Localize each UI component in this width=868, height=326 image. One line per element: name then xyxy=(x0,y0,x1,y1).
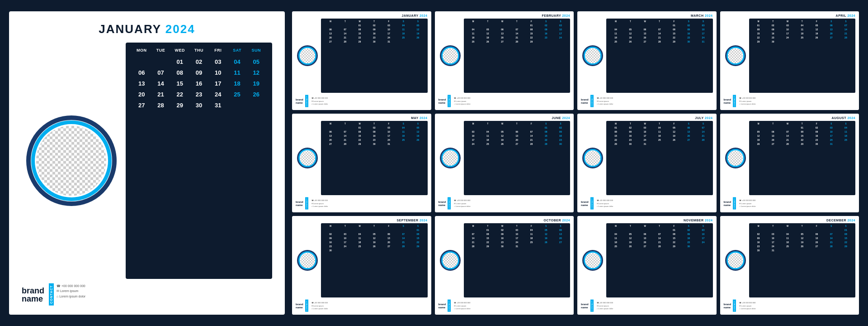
sm-cal-cell: 00 xyxy=(839,40,853,43)
header-thu: THU xyxy=(189,48,208,53)
sm-cal-cell: 17 xyxy=(780,32,795,35)
small-cal-right-8: M T W T F S S 00000000000001020304050607… xyxy=(321,223,428,297)
small-cal-december: DECEMBER 2024 M T W T F S S 000000000 xyxy=(720,216,859,315)
small-cal-year-6: 2024 xyxy=(705,116,713,120)
sc-inner-photo-4 xyxy=(300,151,315,166)
sm-cal-cell: 00 xyxy=(839,142,853,146)
sm-cal-cell: 26 xyxy=(410,138,425,142)
sm-cal-cell: 05 xyxy=(623,28,637,31)
small-cal-right-3: M T W T F S S 01020304050607080910111213… xyxy=(749,19,856,93)
header-sat: SAT xyxy=(227,48,246,53)
small-cal-body-1: M T W T F S S 00000000010203040506070809… xyxy=(439,19,571,93)
cal-cell: 08 xyxy=(170,68,189,77)
small-cal-title-3: APRIL 2024 xyxy=(724,14,856,17)
sm-cal-cell: 23 xyxy=(681,240,696,244)
sm-cal-cell: 10 xyxy=(553,28,568,31)
sm-cal-cell: 06 xyxy=(766,130,780,134)
sm-cal-cell: 08 xyxy=(751,28,766,31)
cal-cell: 12 xyxy=(247,68,266,77)
sm-cal-cell: 15 xyxy=(751,32,766,35)
header-mon: MON xyxy=(132,48,151,53)
sm-cal-cell: 06 xyxy=(509,130,524,134)
sm-cal-cell: 14 xyxy=(524,134,538,138)
sm-cal-cell: 27 xyxy=(637,40,652,43)
sm-cal-cell: 24 xyxy=(780,36,795,39)
small-cal-body-0: M T W T F S S 00000102030405060708091011… xyxy=(296,19,428,93)
sm-cal-cell: 21 xyxy=(824,240,839,244)
small-footer-11: brandname CONTACT ☎ +00 000 000 000✉ Lor… xyxy=(724,300,856,312)
sm-cal-cell: 01 xyxy=(751,24,766,27)
sm-cal-cell: 00 xyxy=(466,126,481,129)
sm-cal-cell: 05 xyxy=(495,130,509,134)
sm-cal-cell: 00 xyxy=(524,126,538,129)
sm-cal-grid-10: 0000000001020304050607080910111213141516… xyxy=(609,228,711,252)
small-cal-september: SEPTEMBER 2024 M T W T F S S 00000000 xyxy=(292,216,431,315)
sm-cal-cell: 08 xyxy=(481,232,495,236)
sm-cal-cell: 00 xyxy=(338,228,352,232)
sm-cal-cell: 11 xyxy=(652,130,667,134)
sm-cal-cell: 22 xyxy=(539,138,553,142)
sm-cal-cell: 03 xyxy=(466,130,481,134)
cal-cell: 30 xyxy=(189,101,208,110)
sm-cal-cell: 00 xyxy=(623,24,637,27)
sm-cal-cell: 10 xyxy=(509,232,524,236)
sm-cal-cell: 31 xyxy=(766,249,780,252)
sm-cal-cell: 07 xyxy=(696,126,710,129)
sm-cal-cell: 09 xyxy=(809,130,824,134)
sm-cal-cell: 21 xyxy=(780,138,795,142)
sm-cal-cell: 16 xyxy=(495,236,509,240)
sm-cal-cell: 24 xyxy=(637,138,652,142)
sm-cal-cell: 17 xyxy=(766,240,780,244)
sm-cal-cell: 00 xyxy=(396,228,410,232)
sc-inner-photo-2 xyxy=(585,48,600,63)
sm-cal-cell: 18 xyxy=(609,36,623,39)
small-cal-october: OCTOBER 2024 M T W T F S S 0001020304 xyxy=(435,216,574,315)
sm-cal-cell: 04 xyxy=(609,28,623,31)
small-cal-january: JANUARY 2024 M T W T F S S 0000010203 xyxy=(292,11,431,110)
small-circle-5 xyxy=(439,121,462,195)
sc-inner-photo-6 xyxy=(585,151,600,166)
sm-cal-cell: 09 xyxy=(367,28,382,31)
cal-cell: 19 xyxy=(247,79,266,88)
sm-cal-cell: 11 xyxy=(609,32,623,35)
sm-cal-cell: 26 xyxy=(367,244,382,248)
main-calendar-year: 2024 xyxy=(165,22,195,36)
small-cal-title-11: DECEMBER 2024 xyxy=(724,219,856,222)
sm-cal-cell: 25 xyxy=(524,240,538,244)
cal-cell: 00 xyxy=(132,111,151,121)
small-circle-8 xyxy=(296,223,319,297)
small-cal-year-4: 2024 xyxy=(420,116,428,120)
sm-cal-cell: 13 xyxy=(637,236,652,240)
small-footer-1: brandname CONTACT ☎ +00 000 000 000✉ Lor… xyxy=(439,95,571,107)
small-cal-right-10: M T W T F S S 00000000010203040506070809… xyxy=(606,223,713,297)
sm-cal-cell: 19 xyxy=(410,32,425,35)
brand-name: brandname xyxy=(22,287,44,303)
cal-cell: 03 xyxy=(208,57,227,67)
sm-cal-cell: 11 xyxy=(795,28,809,31)
sm-cal-cell: 24 xyxy=(696,240,710,244)
sm-cal-cell: 27 xyxy=(323,40,338,43)
sm-cal-cell: 00 xyxy=(780,126,795,129)
sm-cal-cell: 28 xyxy=(338,142,352,146)
sm-cal-cell: 18 xyxy=(524,236,538,240)
sf-brand-2: brandname xyxy=(581,98,589,104)
sm-cal-cell: 01 xyxy=(352,126,367,129)
sm-cal-cell: 14 xyxy=(652,32,667,35)
sm-cal-cell: 02 xyxy=(623,126,637,129)
sm-cal-cell: 11 xyxy=(396,28,410,31)
sm-cal-cell: 15 xyxy=(481,236,495,240)
sm-cal-grid-9: 0001020304050607080910111213141516171819… xyxy=(466,228,568,252)
sm-cal-cell: 18 xyxy=(481,138,495,142)
sm-cal-cell: 28 xyxy=(824,244,839,248)
sm-cal-cell: 23 xyxy=(495,240,509,244)
sm-cal-cell: 21 xyxy=(652,36,667,39)
sm-cal-cell: 28 xyxy=(466,244,481,248)
sm-cal-header-6: M T W T F S S xyxy=(609,123,711,125)
cal-cell: 14 xyxy=(151,79,170,88)
sm-cal-cell: 24 xyxy=(553,36,568,39)
sm-cal-cell: 22 xyxy=(667,240,681,244)
small-circle-7 xyxy=(724,121,747,195)
sm-cal-cell: 00 xyxy=(609,249,623,252)
sm-cal-cell: 04 xyxy=(609,232,623,236)
sm-cal-cell: 00 xyxy=(809,40,824,43)
